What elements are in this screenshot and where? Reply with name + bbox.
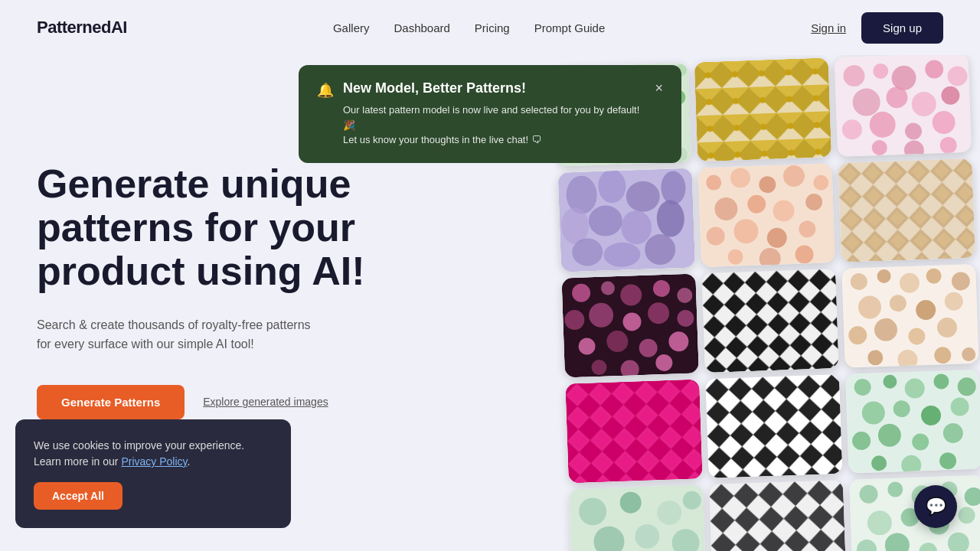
banner-title: New Model, Better Patterns! bbox=[343, 80, 645, 96]
pattern-card-5 bbox=[698, 163, 835, 267]
hero-heading: Generate unique patterns for your produc… bbox=[37, 162, 435, 294]
pattern-card-4 bbox=[558, 168, 695, 272]
cookie-banner: We use cookies to improve your experienc… bbox=[15, 419, 291, 528]
pattern-card-14 bbox=[709, 480, 846, 551]
explore-link[interactable]: Explore generated images bbox=[203, 396, 328, 408]
pattern-card-10 bbox=[565, 379, 702, 483]
pattern-card-8 bbox=[701, 269, 838, 373]
svg-rect-73 bbox=[838, 158, 975, 262]
cookie-text-suffix: . bbox=[188, 455, 191, 468]
sign-in-link[interactable]: Sign in bbox=[811, 21, 846, 34]
pattern-svg-10 bbox=[565, 379, 702, 483]
pattern-svg-7 bbox=[561, 274, 698, 378]
header-actions: Sign in Sign up bbox=[811, 12, 943, 44]
pattern-svg-2 bbox=[694, 57, 831, 161]
explore-link-text[interactable]: generated images bbox=[243, 396, 328, 408]
pattern-card-3 bbox=[835, 53, 972, 157]
pattern-card-2 bbox=[694, 57, 831, 161]
pattern-svg-5 bbox=[698, 163, 835, 267]
svg-rect-23 bbox=[694, 57, 831, 161]
pattern-card-7 bbox=[561, 274, 698, 378]
banner-close-button[interactable]: × bbox=[655, 80, 663, 96]
sign-up-button[interactable]: Sign up bbox=[861, 12, 943, 44]
hero-subtext: Search & create thousands of royalty-fre… bbox=[37, 315, 328, 354]
header: PatternedAI Gallery Dashboard Pricing Pr… bbox=[0, 0, 980, 55]
banner-text: Our latest pattern model is now live and… bbox=[343, 103, 645, 148]
pattern-card-6 bbox=[838, 158, 975, 262]
pattern-card-11 bbox=[705, 374, 842, 478]
banner-line1: Our latest pattern model is now live and… bbox=[343, 104, 639, 131]
navigation: Gallery Dashboard Pricing Prompt Guide bbox=[333, 21, 605, 34]
pattern-svg-9 bbox=[841, 264, 978, 368]
pattern-svg-4 bbox=[558, 168, 695, 272]
nav-gallery[interactable]: Gallery bbox=[333, 21, 370, 34]
generate-patterns-button[interactable]: Generate Patterns bbox=[37, 385, 185, 419]
svg-rect-119 bbox=[705, 374, 842, 478]
notification-banner: 🔔 New Model, Better Patterns! Our latest… bbox=[299, 65, 681, 163]
banner-line2: Let us know your thoughts in the live ch… bbox=[343, 134, 541, 145]
svg-rect-94 bbox=[701, 269, 838, 373]
logo[interactable]: PatternedAI bbox=[37, 18, 127, 37]
pattern-card-12 bbox=[845, 370, 980, 474]
pattern-svg-12 bbox=[845, 370, 980, 474]
cookie-text: We use cookies to improve your experienc… bbox=[34, 438, 273, 470]
svg-rect-116 bbox=[565, 379, 702, 483]
pattern-svg-6 bbox=[838, 158, 975, 262]
pattern-svg-14 bbox=[709, 480, 846, 551]
banner-content: New Model, Better Patterns! Our latest p… bbox=[343, 80, 645, 148]
nav-prompt-guide[interactable]: Prompt Guide bbox=[534, 21, 606, 34]
pattern-svg-13 bbox=[569, 484, 706, 551]
privacy-policy-link[interactable]: Privacy Policy bbox=[121, 455, 187, 468]
chat-widget[interactable]: 💬 bbox=[914, 485, 957, 528]
nav-dashboard[interactable]: Dashboard bbox=[394, 21, 449, 34]
pattern-svg-8 bbox=[701, 269, 838, 373]
svg-rect-150 bbox=[709, 480, 846, 551]
chat-icon: 💬 bbox=[926, 497, 946, 517]
pattern-card-13 bbox=[569, 484, 706, 551]
accept-cookies-button[interactable]: Accept All bbox=[34, 482, 122, 510]
explore-prefix: Explore bbox=[203, 396, 242, 408]
pattern-card-9 bbox=[841, 264, 978, 368]
hero-actions: Generate Patterns Explore generated imag… bbox=[37, 385, 435, 419]
notification-icon: 🔔 bbox=[317, 82, 334, 99]
pattern-svg-3 bbox=[835, 53, 972, 157]
nav-pricing[interactable]: Pricing bbox=[475, 21, 510, 34]
pattern-svg-11 bbox=[705, 374, 842, 478]
